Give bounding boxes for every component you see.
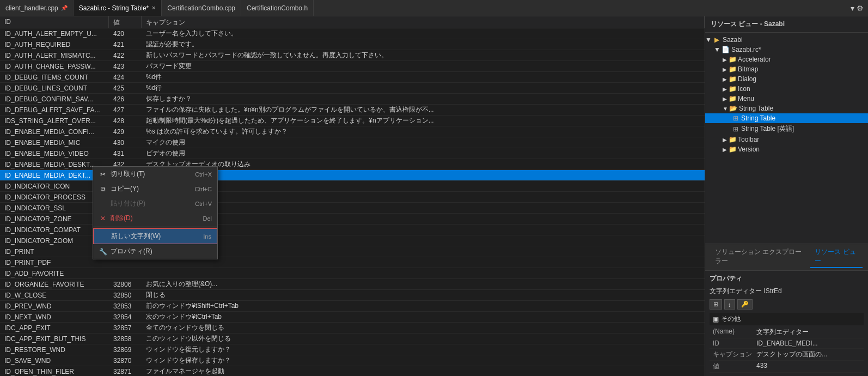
ctx-paste: 貼り付け(P) Ctrl+V	[93, 196, 217, 211]
cell-value: 32806	[109, 280, 142, 289]
cell-id: ID_DEBUG_ITEMS_COUNT	[0, 73, 109, 82]
cell-caption	[142, 251, 705, 252]
props-row: 値433	[710, 361, 864, 373]
tree-icon: 📁	[728, 95, 737, 102]
ctx-cut[interactable]: ✂ 切り取り(T) Ctrl+X	[93, 167, 217, 181]
cell-id: IDC_APP_EXIT_BUT_THIS	[0, 335, 109, 343]
tab-actions: ▾ ⚙	[846, 4, 868, 13]
table-row[interactable]: ID_ENABLE_MEDIA_MIC 430 マイクの使用	[0, 137, 705, 148]
table-row[interactable]: ID_DEBUG_ALERT_SAVE_FA... 427 ファイルの保存に失敗…	[0, 105, 705, 116]
cell-caption: %s は次の許可を求めています。許可しますか？	[142, 126, 705, 137]
table-row[interactable]: ID_DEBUG_LINES_COUNT 425 %d行	[0, 83, 705, 94]
table-row[interactable]: ID_AUTH_CHANGE_PASSW... 423 パスワード変更	[0, 61, 705, 72]
table-row[interactable]: ID_NEXT_WND 32854 次のウィンドウ¥tCtrl+Tab	[0, 312, 705, 323]
cell-id: ID_ENABLE_MEDIA_CONFI...	[0, 128, 109, 136]
tree-label: Accelerator	[738, 56, 771, 63]
tree-item-version[interactable]: ▶📁Version	[705, 144, 868, 154]
tree-icon: ▶	[713, 36, 722, 44]
col-header-id: ID	[0, 16, 109, 28]
tree-item-menu[interactable]: ▶📁Menu	[705, 94, 868, 104]
cell-id: ID_PREV_WND	[0, 302, 109, 311]
props-sort-button[interactable]: ⊞	[710, 299, 722, 310]
cell-id: ID_DEBUG_LINES_COUNT	[0, 84, 109, 93]
props-alpha-button[interactable]: ↕	[724, 299, 735, 310]
tree-item-accelerator[interactable]: ▶📁Accelerator	[705, 54, 868, 64]
cell-id: ID_DEBUG_ALERT_SAVE_FA...	[0, 106, 109, 114]
cell-caption: 全てのウィンドウを閉じる	[142, 323, 705, 333]
table-row[interactable]: ID_RESTORE_WND 32869 ウィンドウを復元しますか？	[0, 344, 705, 355]
cell-caption: ユーザー名を入力して下さい。	[142, 28, 705, 39]
tree-item-string-table[interactable]: ⊞String Table	[705, 113, 868, 123]
tab-client-handler[interactable]: client_handler.cpp 📌	[0, 0, 74, 16]
table-row[interactable]: ID_AUTH_REQUIRED 421 認証が必要です。	[0, 39, 705, 50]
cell-value	[109, 262, 142, 263]
cell-caption: ビデオの使用	[142, 148, 705, 159]
table-row[interactable]: ID_W_CLOSE 32850 閉じる	[0, 290, 705, 301]
tree-item-toolbar[interactable]: ▶📁Toolbar	[705, 135, 868, 144]
cell-value: 32870	[109, 356, 142, 365]
table-row[interactable]: ID_ENABLE_MEDIA_VIDEO 431 ビデオの使用	[0, 148, 705, 159]
tree-item-sazabi.rc*[interactable]: ▼📄Sazabi.rc*	[705, 45, 868, 54]
ctx-properties[interactable]: 🔧 プロパティ(R)	[93, 244, 217, 259]
table-row[interactable]: ID_OPEN_THIN_FILER 32871 ファイルマネージャを起動	[0, 366, 705, 376]
table-row[interactable]: ID_DEBUG_CONFIRM_SAV... 426 保存しますか？	[0, 94, 705, 105]
tree-item-string-table[interactable]: ▼📂String Table	[705, 104, 868, 113]
tab-solution-explorer[interactable]: ソリューション エクスプローラー	[711, 246, 810, 268]
ctx-copy[interactable]: ⧉ コピー(Y) Ctrl+C	[93, 181, 217, 196]
ctx-new-string[interactable]: 新しい文字列(W) Ins	[93, 228, 217, 244]
table-row[interactable]: ID_ENABLE_MEDIA_CONFI... 429 %s は次の許可を求め…	[0, 126, 705, 137]
table-row[interactable]: IDC_APP_EXIT_BUT_THIS 32858 このウィンドウ以外を閉じ…	[0, 333, 705, 344]
table-row[interactable]: ID_PREV_WND 32853 前のウィンドウ¥tShift+Ctrl+Ta…	[0, 301, 705, 312]
cell-caption: ウィンドウを復元しますか？	[142, 344, 705, 355]
cell-caption: パスワード変更	[142, 61, 705, 71]
tab-sazabi-rc[interactable]: Sazabi.rc - String Table* ✕	[74, 0, 162, 16]
tree-label: Menu	[738, 95, 754, 102]
tab-settings-button[interactable]: ⚙	[857, 4, 864, 13]
props-row-value: ID_ENABLE_MEDI...	[756, 339, 860, 347]
tab-certification-combo-h[interactable]: CertificationCombo.h	[241, 0, 314, 16]
cell-value: 32871	[109, 367, 142, 376]
tree-label: Bitmap	[738, 65, 758, 73]
tab-resource-view[interactable]: リソース ビュー	[810, 246, 863, 268]
table-row[interactable]: ID_ORGANIZE_FAVORITE 32806 お気に入りの整理(&O).…	[0, 279, 705, 290]
tree-icon: 📁	[728, 65, 737, 73]
resource-view-header: リソース ビュー - Sazabi	[705, 16, 868, 33]
ctx-divider	[93, 227, 217, 227]
table-row[interactable]: ID_SAVE_WND 32870 ウィンドウを保存しますか？	[0, 355, 705, 366]
props-row: IDID_ENABLE_MEDI...	[710, 338, 864, 349]
cell-value: 423	[109, 62, 142, 71]
props-page-button[interactable]: 🔑	[737, 299, 753, 310]
props-editor-label: 文字列エディター IStrEd	[710, 287, 864, 296]
tree-item-string-table-[英語][interactable]: ⊞String Table [英語]	[705, 123, 868, 135]
cell-caption	[142, 240, 705, 241]
tree-item-bitmap[interactable]: ▶📁Bitmap	[705, 64, 868, 74]
cell-id: ID_AUTH_ALERT_EMPTY_U...	[0, 29, 109, 38]
bottom-tabs: ソリューション エクスプローラー リソース ビュー	[705, 244, 868, 270]
table-row[interactable]: IDC_APP_EXIT 32857 全てのウィンドウを閉じる	[0, 323, 705, 333]
tree-item-dialog[interactable]: ▶📁Dialog	[705, 74, 868, 84]
table-row[interactable]: ID_DEBUG_ITEMS_COUNT 424 %d件	[0, 72, 705, 83]
cell-id: ID_SAVE_WND	[0, 356, 109, 365]
cut-icon: ✂	[99, 171, 107, 178]
props-row-value: デスクトップの画面の...	[756, 350, 860, 359]
tree-item-sazabi[interactable]: ▼▶Sazabi	[705, 35, 868, 45]
tree-label: String Table	[739, 105, 773, 112]
tab-list-button[interactable]: ▾	[851, 4, 854, 13]
tab-certification-combo-cpp[interactable]: CertificationCombo.cpp	[162, 0, 241, 16]
props-row-label: (Name)	[713, 328, 756, 337]
tab-close-icon[interactable]: ✕	[151, 5, 156, 11]
cell-value: 32850	[109, 291, 142, 300]
table-row[interactable]: ID_AUTH_ALERT_EMPTY_U... 420 ユーザー名を入力して下…	[0, 28, 705, 39]
cell-value: 428	[109, 117, 142, 125]
ctx-delete[interactable]: ✕ 削除(D) Del	[93, 211, 217, 226]
tree-icon: 📁	[728, 75, 737, 83]
resource-tree[interactable]: ▼▶Sazabi▼📄Sazabi.rc*▶📁Accelerator▶📁Bitma…	[705, 33, 868, 244]
table-row[interactable]: ID_ADD_FAVORITE	[0, 268, 705, 279]
table-row[interactable]: ID_AUTH_ALERT_MISMATC... 422 新しいパスワードとパス…	[0, 50, 705, 61]
cell-caption	[142, 208, 705, 209]
cell-value: 32869	[109, 345, 142, 354]
tree-item-icon[interactable]: ▶📁Icon	[705, 84, 868, 94]
cell-value: 431	[109, 149, 142, 158]
tab-label: CertificationCombo.h	[247, 4, 308, 12]
table-row[interactable]: IDS_STRING_ALERT_OVER... 428 起動制限時間(最大%d…	[0, 116, 705, 126]
